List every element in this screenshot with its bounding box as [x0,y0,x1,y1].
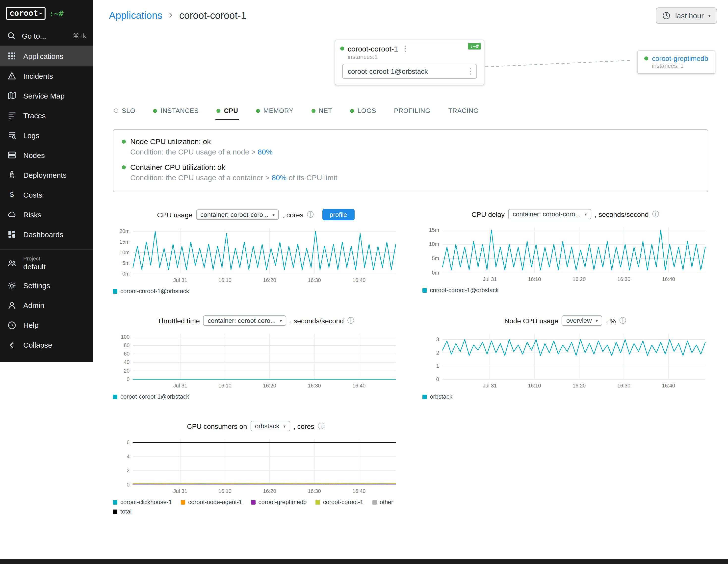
goto-search[interactable]: Go to... ⌘+k [0,26,93,46]
tab-cpu[interactable]: CPU [216,102,239,120]
legend-item[interactable]: total [113,508,131,515]
tab-label: MEMORY [263,107,293,114]
legend-label: coroot-greptimedb [259,499,307,506]
time-range-value: last hour [675,11,704,20]
sidebar-item-service-map[interactable]: Service Map [0,86,93,105]
info-icon[interactable]: ⓘ [318,422,325,431]
coroot-logo[interactable]: coroot▸ :~# [0,0,93,26]
sidebar-item-deployments[interactable]: Deployments [0,165,93,185]
svg-text:15m: 15m [119,239,130,245]
tab-label: INSTANCES [160,107,199,114]
info-icon[interactable]: ⓘ [652,210,659,219]
sidebar-item-collapse[interactable]: Collapse [0,335,93,355]
chart-node-select[interactable]: orbstack▾ [251,421,290,431]
breadcrumb: Applications coroot-coroot-1 [109,10,246,21]
search-icon [7,31,16,40]
check-condition: Condition: the CPU usage of a node > 80% [130,148,699,156]
chevron-down-icon: ▾ [596,318,598,323]
legend-item[interactable]: orbstack [422,393,452,400]
threshold-link[interactable]: 80% [258,148,273,156]
clock-icon [662,11,671,20]
legend-item[interactable]: coroot-greptimedb [251,499,307,506]
cpu-delay-plot[interactable]: 0m5m10m15mJul 3116:1016:2016:3016:40 [422,223,708,284]
cpu-usage-plot[interactable]: 0m5m10m15m20mJul 3116:1016:2016:3016:40 [113,224,399,285]
status-dot [311,109,315,113]
sidebar-item-logs[interactable]: Logs [0,125,93,145]
sidebar-item-nodes[interactable]: Nodes [0,145,93,165]
sidebar-item-label: Admin [23,301,44,309]
svg-text:16:10: 16:10 [218,277,232,283]
chart-title: CPU delay [471,210,505,218]
app-card-coroot-coroot-1[interactable]: :~# coroot-coroot-1 ⋮ instances:1 coroot… [335,40,484,85]
logo-box: coroot▸ [6,7,46,20]
node-cpu-usage-plot[interactable]: 0123Jul 3116:1016:2016:3016:40 [422,330,708,391]
sidebar-item-incidents[interactable]: Incidents [0,66,93,86]
legend-item[interactable]: coroot-node-agent-1 [181,499,242,506]
sidebar-item-help[interactable]: ?Help [0,315,93,335]
throttled-time-plot[interactable]: 020406080100Jul 3116:1016:2016:3016:40 [113,330,399,391]
sidebar-item-label: Incidents [23,72,53,80]
chart-title: CPU usage [157,211,192,219]
sidebar-item-settings[interactable]: Settings [0,276,93,295]
legend-swatch [113,509,117,514]
check-condition: Condition: the CPU usage of a container … [130,173,699,182]
cloud-icon [7,210,16,219]
kebab-menu-icon[interactable]: ⋮ [401,44,406,53]
main-content: Applications coroot-coroot-1 last hour ▾ [93,0,728,545]
chart-legend: coroot-coroot-1@orbstack [113,393,399,400]
svg-text:100: 100 [121,334,130,340]
project-selector[interactable]: Project default [0,254,93,276]
sidebar-item-costs[interactable]: $Costs [0,185,93,205]
legend-item[interactable]: other [372,499,393,506]
tab-net[interactable]: NET [310,102,333,120]
svg-text:16:10: 16:10 [218,488,232,494]
legend-item[interactable]: coroot-coroot-1 [315,499,363,506]
chart-series-select[interactable]: container: coroot-coro...▾ [508,209,591,219]
shell-badge: :~# [468,43,481,50]
sidebar-item-applications[interactable]: Applications [0,46,93,66]
breadcrumb-applications-link[interactable]: Applications [109,10,162,21]
sidebar-item-admin[interactable]: Admin [0,295,93,315]
app-card-coroot-greptimedb[interactable]: coroot-greptimedb instances: 1 [638,51,715,74]
instance-row[interactable]: coroot-coroot-1@orbstack ⋮ [342,64,477,79]
legend-swatch [181,500,185,504]
instance-name: coroot-coroot-1@orbstack [348,67,428,75]
chart-unit: , cores [283,211,303,219]
footer-bar [0,559,728,564]
chart-title: Throttled time [157,317,200,325]
sidebar-item-risks[interactable]: Risks [0,205,93,224]
svg-text:16:40: 16:40 [662,276,675,282]
chevron-down-icon: ▾ [283,424,286,429]
tab-tracing[interactable]: TRACING [447,102,480,120]
info-icon[interactable]: ⓘ [347,316,354,325]
legend-item[interactable]: coroot-coroot-1@orbstack [113,288,189,295]
time-range-select[interactable]: last hour ▾ [656,7,717,24]
info-icon[interactable]: ⓘ [619,316,626,325]
legend-item[interactable]: coroot-coroot-1@orbstack [422,287,499,294]
chart-series-select[interactable]: container: coroot-coro...▾ [196,209,279,220]
linked-app-link[interactable]: coroot-greptimedb [652,54,708,62]
kebab-menu-icon[interactable]: ⋮ [467,67,471,76]
sidebar-item-dashboards[interactable]: Dashboards [0,224,93,244]
logo-caret-icon: ▸ [39,10,42,16]
tab-profiling[interactable]: PROFILING [393,102,431,120]
sidebar-item-traces[interactable]: Traces [0,105,93,125]
chart-title: CPU consumers on [187,422,247,430]
tab-slo[interactable]: SLO [113,102,136,120]
threshold-link[interactable]: 80% [272,173,286,182]
status-dot [256,109,260,113]
tab-logs[interactable]: LOGS [349,102,377,120]
tab-memory[interactable]: MEMORY [255,102,294,120]
profile-button[interactable]: profile [322,209,355,220]
tab-instances[interactable]: INSTANCES [152,102,200,120]
legend-item[interactable]: coroot-clickhouse-1 [113,499,172,506]
legend-swatch [113,289,117,293]
svg-text:16:20: 16:20 [572,276,586,282]
chart-legend: coroot-coroot-1@orbstack [113,288,399,295]
svg-text:?: ? [11,323,13,328]
chart-series-select[interactable]: overview▾ [562,315,602,326]
info-icon[interactable]: ⓘ [307,210,314,219]
legend-item[interactable]: coroot-coroot-1@orbstack [113,393,189,400]
chart-series-select[interactable]: container: coroot-coro...▾ [203,315,286,326]
cpu-consumers-plot[interactable]: 0246Jul 3116:1016:2016:3016:40 [113,435,399,496]
